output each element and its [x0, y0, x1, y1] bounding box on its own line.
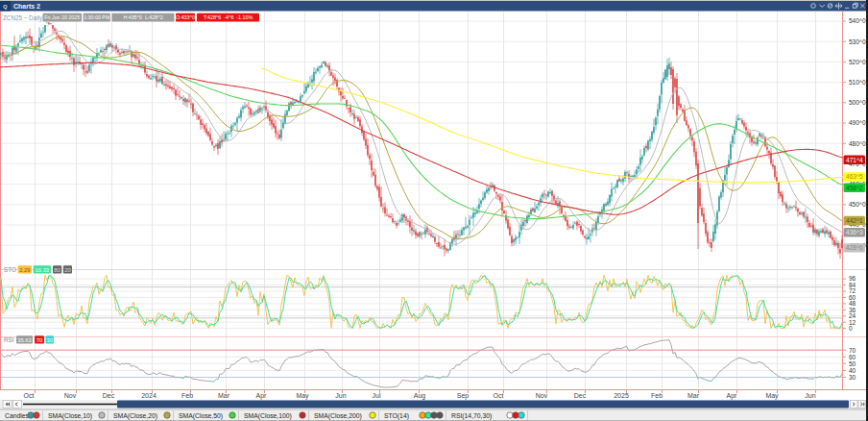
svg-text:60: 60 [849, 294, 856, 301]
svg-text:SMA(Close,50): SMA(Close,50) [179, 412, 223, 420]
svg-text:SMA(Close,200): SMA(Close,200) [314, 412, 362, 420]
svg-text:Jul: Jul [373, 392, 381, 399]
svg-text:Oct: Oct [24, 392, 35, 399]
svg-text:84: 84 [849, 282, 856, 288]
svg-text:20: 20 [64, 267, 70, 273]
svg-text:STO(14): STO(14) [384, 412, 409, 420]
svg-text:SMA(Close,20): SMA(Close,20) [113, 412, 157, 420]
svg-text:Oct: Oct [494, 392, 504, 399]
svg-text:490^0: 490^0 [849, 119, 866, 126]
svg-text:530^0: 530^0 [849, 38, 866, 45]
svg-text:540^0: 540^0 [849, 17, 866, 24]
svg-text:H:435^0 L:428^2: H:435^0 L:428^2 [123, 14, 162, 20]
svg-text:70: 70 [849, 347, 856, 354]
svg-text:Dec: Dec [574, 392, 587, 399]
svg-text:2025: 2025 [614, 392, 629, 399]
svg-text:80: 80 [54, 267, 60, 273]
svg-text:471^4: 471^4 [846, 157, 863, 163]
svg-text:Sep: Sep [457, 392, 470, 400]
svg-text:450^0: 450^0 [849, 201, 866, 208]
svg-text:500^0: 500^0 [849, 99, 866, 106]
svg-text:24: 24 [849, 312, 856, 319]
svg-text:Charts 2: Charts 2 [13, 3, 40, 10]
svg-text:442^1: 442^1 [846, 217, 863, 224]
svg-text:T:428^6 -4^6 -1.10%: T:428^6 -4^6 -1.10% [204, 14, 253, 20]
svg-text:STO: STO [4, 266, 16, 273]
svg-text:1:30:00 PM: 1:30:00 PM [84, 14, 109, 20]
svg-text:428^6: 428^6 [846, 244, 863, 251]
svg-text:72: 72 [849, 287, 856, 294]
svg-text:510^0: 510^0 [849, 79, 866, 86]
svg-text:50: 50 [849, 360, 856, 367]
svg-text:10.33: 10.33 [36, 267, 50, 273]
svg-text:96: 96 [849, 275, 856, 282]
svg-text:48: 48 [849, 300, 856, 307]
svg-text:RSI(14,70,30): RSI(14,70,30) [451, 412, 492, 420]
svg-text:0: 0 [849, 325, 853, 332]
svg-text:458^2: 458^2 [846, 185, 863, 191]
svg-text:Mar: Mar [218, 392, 230, 399]
svg-text:May: May [296, 392, 309, 400]
svg-text:Aug: Aug [414, 392, 426, 400]
svg-text:2.29: 2.29 [19, 267, 30, 273]
svg-text:436^3: 436^3 [846, 229, 863, 235]
svg-text:ZCN25 ~ Daily: ZCN25 ~ Daily [3, 14, 43, 22]
svg-text:12: 12 [849, 319, 856, 326]
svg-text:520^0: 520^0 [849, 59, 866, 65]
svg-text:Feb: Feb [651, 392, 663, 399]
svg-text:Nov: Nov [536, 392, 548, 399]
svg-text:Fri Jun 20 2025: Fri Jun 20 2025 [44, 14, 80, 20]
svg-text:40: 40 [849, 367, 856, 374]
svg-text:2024: 2024 [141, 392, 157, 399]
svg-text:60: 60 [849, 354, 856, 360]
svg-text:Candles: Candles [5, 412, 30, 419]
svg-text:SMA(Close,10): SMA(Close,10) [48, 412, 92, 420]
svg-text:30: 30 [47, 337, 53, 343]
svg-text:30: 30 [849, 374, 856, 381]
svg-text:Q: Q [3, 4, 8, 10]
svg-text:Mar: Mar [687, 392, 700, 399]
svg-text:Dec: Dec [103, 392, 115, 399]
svg-text:SMA(Close,100): SMA(Close,100) [244, 412, 292, 420]
svg-text:Apr: Apr [256, 392, 268, 400]
svg-text:Apr: Apr [727, 392, 738, 400]
svg-text:Jun: Jun [335, 392, 346, 399]
svg-text:36: 36 [849, 307, 856, 313]
svg-text:Feb: Feb [181, 392, 193, 399]
svg-text:May: May [765, 392, 779, 400]
svg-text:Jun: Jun [805, 392, 815, 399]
svg-text:480^0: 480^0 [849, 140, 866, 147]
svg-text:35.63: 35.63 [17, 337, 32, 343]
svg-text:Nov: Nov [64, 392, 77, 399]
svg-text:70: 70 [36, 337, 42, 343]
svg-text:463^5: 463^5 [846, 173, 863, 180]
svg-text:O:433^0: O:433^0 [176, 14, 195, 20]
svg-text:RSI: RSI [4, 336, 14, 343]
